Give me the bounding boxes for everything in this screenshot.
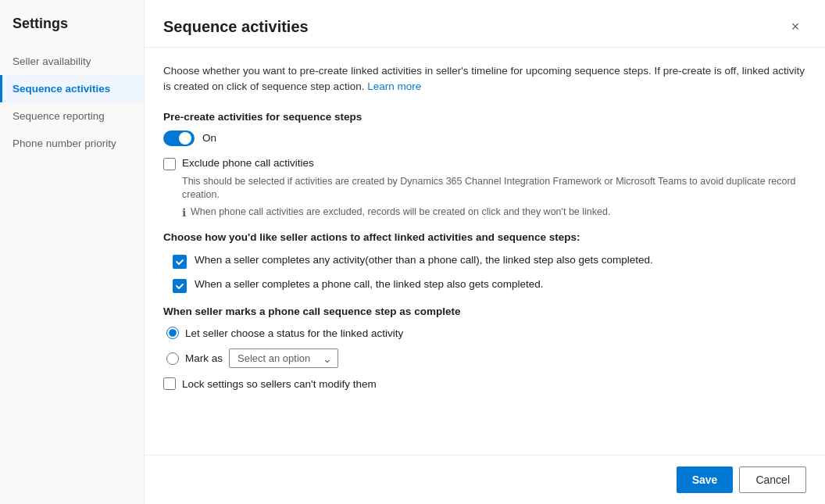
exclude-phone-checkbox[interactable] (163, 158, 176, 170)
save-button[interactable]: Save (677, 466, 734, 493)
dialog-content: Choose whether you want to pre-create li… (145, 48, 825, 455)
select-wrapper: Select an option (229, 349, 338, 368)
description-text: Choose whether you want to pre-create li… (163, 63, 806, 95)
main-dialog: Sequence activities × Choose whether you… (145, 0, 825, 504)
check-option-1-row: When a seller completes any activity(oth… (173, 254, 806, 269)
toggle-row: On (163, 130, 806, 146)
lock-settings-checkbox[interactable] (163, 377, 176, 390)
section-heading: Choose how you'd like seller actions to … (163, 231, 804, 243)
check-option-2-checkbox[interactable] (173, 279, 187, 293)
sidebar-item-sequence-activities[interactable]: Sequence activities (0, 75, 144, 102)
mark-as-select[interactable]: Select an option (229, 349, 338, 368)
radio-let-seller-label[interactable]: Let seller choose a status for the linke… (185, 327, 403, 339)
sidebar-item-seller-availability[interactable]: Seller availability (0, 48, 144, 75)
dialog-header: Sequence activities × (145, 0, 825, 48)
toggle-on-label: On (202, 132, 216, 144)
lock-settings-label[interactable]: Lock settings so sellers can't modify th… (182, 378, 377, 390)
phone-call-section-label: When seller marks a phone call sequence … (163, 306, 806, 317)
close-button[interactable]: × (784, 16, 806, 38)
info-icon: ℹ (182, 206, 186, 219)
check-option-1-label: When a seller completes any activity(oth… (195, 254, 653, 266)
radio-let-seller[interactable] (166, 327, 179, 339)
check-option-2-label: When a seller completes a phone call, th… (195, 278, 544, 290)
radio-row-1: Let seller choose a status for the linke… (166, 327, 806, 339)
info-row: ℹ When phone call activities are exclude… (182, 206, 806, 220)
cancel-button[interactable]: Cancel (739, 466, 806, 493)
radio-row-2: Mark as Select an option (166, 349, 806, 368)
check-option-2-row: When a seller completes a phone call, th… (173, 278, 806, 293)
dialog-footer: Save Cancel (145, 455, 825, 504)
radio-mark-as-label[interactable]: Mark as (185, 352, 223, 364)
learn-more-link[interactable]: Learn more (367, 80, 421, 92)
sidebar-title: Settings (0, 16, 144, 48)
sidebar-item-phone-number-priority[interactable]: Phone number priority (0, 130, 144, 157)
pre-create-toggle[interactable] (163, 130, 195, 146)
sidebar: Settings Seller availability Sequence ac… (0, 0, 145, 504)
dialog-title: Sequence activities (163, 18, 309, 36)
exclude-checkbox-row: Exclude phone call activities (163, 157, 806, 170)
lock-row: Lock settings so sellers can't modify th… (163, 377, 806, 390)
sidebar-item-sequence-reporting[interactable]: Sequence reporting (0, 102, 144, 130)
info-text: When phone call activities are excluded,… (191, 206, 610, 220)
check-option-1-checkbox[interactable] (173, 255, 187, 269)
exclude-sub-text: This should be selected if activities ar… (182, 175, 799, 202)
exclude-phone-label[interactable]: Exclude phone call activities (182, 157, 314, 169)
radio-mark-as[interactable] (166, 352, 179, 365)
radio-section: When seller marks a phone call sequence … (163, 306, 806, 368)
pre-create-label: Pre-create activities for sequence steps (163, 111, 806, 123)
